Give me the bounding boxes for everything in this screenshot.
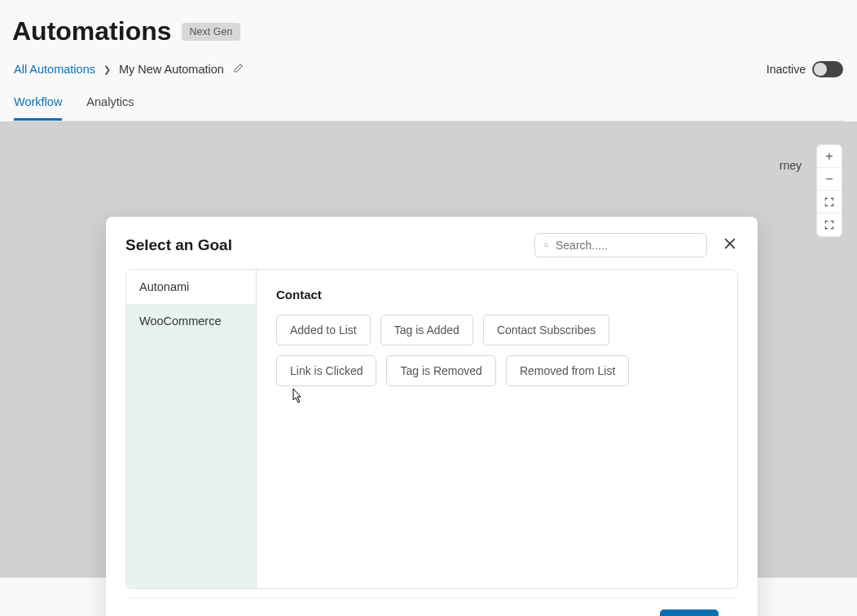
svg-point-0 bbox=[544, 244, 547, 247]
next-gen-badge: Next Gen bbox=[182, 23, 241, 41]
tab-workflow[interactable]: Workflow bbox=[14, 95, 62, 121]
journey-label: rney bbox=[780, 159, 802, 172]
side-tab-woocommerce[interactable]: WooCommerce bbox=[126, 304, 256, 338]
option-tag-is-removed[interactable]: Tag is Removed bbox=[386, 355, 495, 386]
zoom-in-button[interactable]: + bbox=[817, 145, 842, 168]
chevron-right-icon: ❯ bbox=[103, 64, 111, 75]
search-field[interactable] bbox=[534, 233, 707, 257]
fit-screen-button[interactable] bbox=[817, 191, 842, 213]
active-toggle[interactable] bbox=[812, 61, 843, 77]
option-contact-subscribes[interactable]: Contact Subscribes bbox=[483, 315, 609, 345]
search-input[interactable] bbox=[556, 239, 698, 252]
done-button[interactable]: Done bbox=[660, 609, 719, 616]
side-tab-autonami[interactable]: Autonami bbox=[126, 270, 256, 304]
fullscreen-button[interactable] bbox=[817, 213, 842, 236]
close-icon bbox=[722, 235, 738, 252]
breadcrumb: All Automations ❯ My New Automation bbox=[14, 63, 244, 77]
zoom-out-button[interactable]: − bbox=[817, 168, 842, 191]
breadcrumb-root[interactable]: All Automations bbox=[14, 63, 95, 76]
page-title: Automations bbox=[12, 16, 172, 46]
status-label: Inactive bbox=[767, 63, 806, 76]
section-contact: Contact bbox=[276, 288, 718, 301]
breadcrumb-current: My New Automation bbox=[119, 63, 224, 76]
modal-side-tabs: Autonami WooCommerce bbox=[126, 270, 257, 588]
modal-title: Select an Goal bbox=[125, 236, 534, 254]
select-goal-modal: Select an Goal Autonami WooCommerce Cont… bbox=[106, 217, 758, 616]
option-tag-is-added[interactable]: Tag is Added bbox=[380, 315, 473, 345]
tabs: Workflow Analytics bbox=[12, 95, 845, 121]
search-icon bbox=[543, 239, 549, 252]
cursor-icon bbox=[289, 388, 304, 408]
option-removed-from-list[interactable]: Removed from List bbox=[506, 355, 629, 386]
option-link-is-clicked[interactable]: Link is Clicked bbox=[276, 355, 376, 386]
zoom-controls: + − bbox=[816, 144, 842, 237]
option-added-to-list[interactable]: Added to List bbox=[276, 315, 371, 345]
close-button[interactable] bbox=[722, 235, 738, 255]
edit-icon[interactable] bbox=[232, 63, 244, 77]
tab-analytics[interactable]: Analytics bbox=[86, 95, 134, 121]
